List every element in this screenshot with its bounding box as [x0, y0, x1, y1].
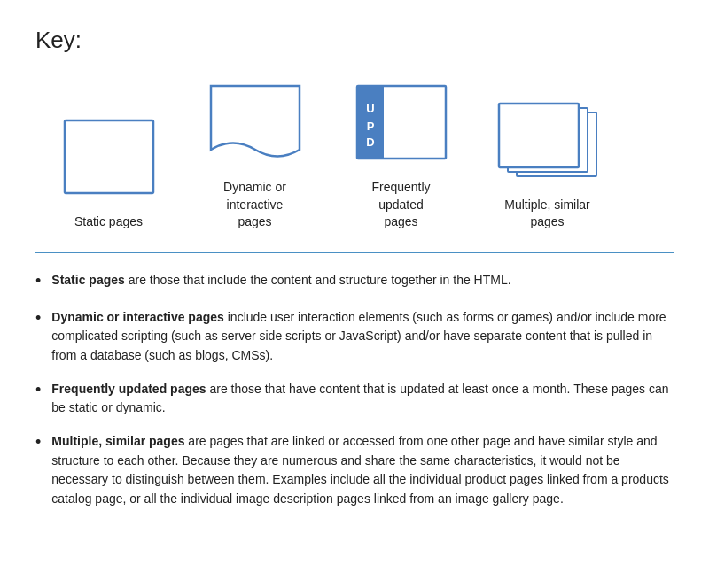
- bullet-dot-2: •: [35, 306, 41, 331]
- bullet-rest-static: are those that include the content and s…: [125, 273, 511, 287]
- updated-page-icon: U P D: [348, 79, 455, 170]
- svg-rect-8: [499, 104, 579, 167]
- bullet-text-updated: Frequently updated pages are those that …: [51, 380, 674, 418]
- icon-updated: U P D Frequentlyupdatedpages: [328, 79, 474, 231]
- svg-text:D: D: [366, 135, 374, 149]
- bullet-text-static: Static pages are those that include the …: [51, 271, 674, 290]
- bullet-item-static: • Static pages are those that include th…: [35, 271, 674, 294]
- svg-text:U: U: [366, 102, 374, 115]
- icons-row: Static pages Dynamic orinteractivepages …: [35, 79, 674, 231]
- svg-text:P: P: [366, 120, 374, 133]
- bullet-dot-4: •: [35, 430, 41, 455]
- section-divider: [35, 252, 674, 253]
- bullet-item-multiple: • Multiple, similar pages are pages that…: [35, 432, 674, 509]
- icon-static: Static pages: [35, 113, 182, 231]
- bullet-text-dynamic: Dynamic or interactive pages include use…: [51, 308, 674, 366]
- bullet-text-multiple: Multiple, similar pages are pages that a…: [51, 432, 674, 509]
- dynamic-page-icon: [202, 79, 308, 170]
- icon-dynamic: Dynamic orinteractivepages: [182, 79, 328, 231]
- bullet-list: • Static pages are those that include th…: [35, 271, 674, 509]
- page-title: Key:: [35, 27, 674, 54]
- bullet-bold-dynamic: Dynamic or interactive pages: [51, 310, 224, 324]
- dynamic-pages-label: Dynamic orinteractivepages: [223, 179, 286, 231]
- multiple-pages-label: Multiple, similarpages: [504, 197, 589, 231]
- bullet-dot-3: •: [35, 378, 41, 403]
- bullet-bold-updated: Frequently updated pages: [51, 382, 206, 396]
- static-page-icon: [56, 113, 162, 205]
- svg-rect-0: [65, 120, 153, 193]
- bullet-item-dynamic: • Dynamic or interactive pages include u…: [35, 308, 674, 366]
- multiple-pages-icon: [490, 97, 605, 188]
- static-pages-label: Static pages: [74, 213, 143, 231]
- bullet-item-updated: • Frequently updated pages are those tha…: [35, 380, 674, 418]
- bullet-bold-multiple: Multiple, similar pages: [51, 434, 184, 448]
- icon-multiple: Multiple, similarpages: [474, 97, 620, 231]
- bullet-bold-static: Static pages: [51, 273, 124, 287]
- bullet-dot-1: •: [35, 269, 41, 294]
- updated-pages-label: Frequentlyupdatedpages: [371, 179, 430, 231]
